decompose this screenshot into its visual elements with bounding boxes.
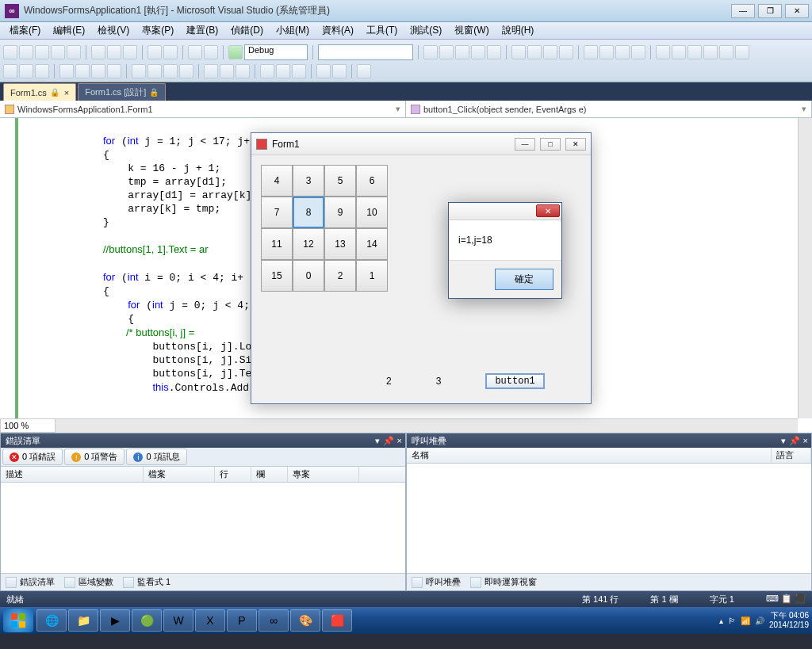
- taskbar-app[interactable]: ▶: [100, 609, 130, 632]
- copy-icon[interactable]: [107, 45, 121, 59]
- form1-maximize-button[interactable]: □: [540, 138, 561, 151]
- grid-button-14[interactable]: 14: [356, 228, 388, 260]
- panel-tab[interactable]: 區域變數: [64, 576, 113, 588]
- row2-icon-16[interactable]: [276, 64, 290, 78]
- column-header[interactable]: 檔案: [144, 467, 215, 482]
- step-over-icon[interactable]: [719, 45, 733, 59]
- new-project-icon[interactable]: [3, 45, 17, 59]
- grid-button-15[interactable]: 15: [261, 260, 293, 292]
- taskbar-app[interactable]: ∞: [259, 609, 289, 632]
- horizontal-scrollbar[interactable]: [56, 418, 798, 433]
- tool-b-icon[interactable]: [527, 45, 542, 59]
- row2-icon-11[interactable]: [179, 64, 193, 78]
- button1[interactable]: button1: [485, 373, 544, 389]
- row2-icon-1[interactable]: [3, 64, 17, 78]
- grid-button-5[interactable]: 5: [324, 165, 356, 197]
- step-into-icon[interactable]: [703, 45, 718, 59]
- vertical-scrollbar[interactable]: [798, 118, 812, 418]
- grid-button-1[interactable]: 1: [356, 260, 388, 292]
- tool-e-icon[interactable]: [584, 45, 598, 59]
- msgbox-close-button[interactable]: ✕: [536, 204, 560, 217]
- tool-f-icon[interactable]: [599, 45, 614, 59]
- system-tray[interactable]: ▴ 🏳 📶 🔊 下午 04:06 2014/12/19: [719, 611, 809, 630]
- menu-item[interactable]: 檔案(F): [3, 22, 47, 39]
- solution-explorer-icon[interactable]: [439, 45, 454, 59]
- platform-combo[interactable]: [318, 44, 413, 60]
- class-dropdown[interactable]: WindowsFormsApplication1.Form1 ▾: [0, 101, 406, 117]
- taskbar-app[interactable]: 🟢: [132, 609, 162, 632]
- add-item-icon[interactable]: [19, 45, 33, 59]
- open-icon[interactable]: [35, 45, 49, 59]
- zoom-combo[interactable]: 100 %: [0, 418, 56, 433]
- row2-icon-8[interactable]: [132, 64, 146, 78]
- grid-button-10[interactable]: 10: [356, 197, 388, 228]
- tab-form1-cs[interactable]: Form1.cs 🔒 ×: [3, 83, 76, 101]
- pause-icon[interactable]: [672, 45, 686, 59]
- grid-button-4[interactable]: 4: [261, 165, 293, 197]
- error-list-body[interactable]: [1, 483, 405, 573]
- row2-icon-17[interactable]: [292, 64, 306, 78]
- row2-icon-4[interactable]: [59, 64, 74, 78]
- row2-icon-3[interactable]: [35, 64, 49, 78]
- panel-tab[interactable]: 呼叫堆疊: [412, 576, 461, 588]
- row2-icon-13[interactable]: [220, 64, 234, 78]
- menu-item[interactable]: 偵錯(D): [224, 22, 270, 39]
- column-header[interactable]: 描述: [1, 467, 144, 482]
- column-header[interactable]: 行: [215, 467, 251, 482]
- grid-button-6[interactable]: 6: [356, 165, 388, 197]
- start-debug-icon[interactable]: [228, 45, 243, 59]
- taskbar-app[interactable]: 🌐: [36, 609, 67, 632]
- tool-h-icon[interactable]: [631, 45, 645, 59]
- member-dropdown[interactable]: button1_Click(object sender, EventArgs e…: [406, 101, 812, 117]
- taskbar-app[interactable]: W: [163, 609, 193, 632]
- pin-icon[interactable]: 📌: [789, 436, 800, 446]
- panel-tab[interactable]: 即時運算視窗: [470, 576, 537, 588]
- close-button[interactable]: ✕: [785, 4, 809, 18]
- find-icon[interactable]: [423, 45, 438, 59]
- warnings-filter[interactable]: !0 項警告: [64, 449, 124, 465]
- msgbox-titlebar[interactable]: ✕: [449, 203, 561, 220]
- panel-tab[interactable]: 錯誤清單: [6, 576, 55, 588]
- tab-close-icon[interactable]: ×: [64, 88, 69, 97]
- tray-network-icon[interactable]: 📶: [741, 617, 750, 625]
- row2-icon-12[interactable]: [204, 64, 218, 78]
- tray-volume-icon[interactable]: 🔊: [755, 617, 764, 625]
- grid-button-12[interactable]: 12: [293, 228, 324, 260]
- row2-icon-6[interactable]: [91, 64, 105, 78]
- menu-item[interactable]: 說明(H): [496, 22, 541, 39]
- menu-item[interactable]: 編輯(E): [47, 22, 91, 39]
- panel-tab[interactable]: 監看式 1: [123, 576, 170, 588]
- grid-button-7[interactable]: 7: [261, 197, 293, 228]
- properties-icon[interactable]: [455, 45, 469, 59]
- menu-item[interactable]: 測試(S): [404, 22, 448, 39]
- close-icon[interactable]: ×: [397, 436, 402, 446]
- clock[interactable]: 下午 04:06 2014/12/19: [769, 611, 809, 630]
- column-header[interactable]: 欄: [251, 467, 288, 482]
- grid-button-3[interactable]: 3: [293, 165, 324, 197]
- tray-chevron-icon[interactable]: ▴: [719, 617, 723, 625]
- msgbox-ok-button[interactable]: 確定: [495, 269, 553, 290]
- taskbar-app[interactable]: X: [195, 609, 225, 632]
- config-combo[interactable]: Debug: [244, 44, 308, 60]
- grid-button-11[interactable]: 11: [261, 228, 293, 260]
- row2-icon-14[interactable]: [236, 64, 250, 78]
- form1-titlebar[interactable]: Form1 — □ ✕: [251, 133, 591, 155]
- taskbar-app[interactable]: 📁: [68, 609, 98, 632]
- menu-item[interactable]: 專案(P): [136, 22, 180, 39]
- dropdown-icon[interactable]: ▾: [375, 436, 380, 446]
- menu-item[interactable]: 工具(T): [360, 22, 404, 39]
- tray-flag-icon[interactable]: 🏳: [728, 617, 736, 625]
- tool-d-icon[interactable]: [559, 45, 573, 59]
- toolbox-icon[interactable]: [471, 45, 485, 59]
- stop-icon[interactable]: [688, 45, 702, 59]
- callstack-body[interactable]: [407, 464, 811, 573]
- nav-forward-icon[interactable]: [204, 45, 218, 59]
- row2-icon-10[interactable]: [163, 64, 178, 78]
- errors-filter[interactable]: ✕0 項錯誤: [2, 449, 63, 465]
- close-icon[interactable]: ×: [803, 436, 808, 446]
- save-icon[interactable]: [51, 45, 65, 59]
- pin-icon[interactable]: 📌: [383, 436, 394, 446]
- minimize-button[interactable]: —: [731, 4, 755, 18]
- row2-icon-19[interactable]: [332, 64, 347, 78]
- undo-icon[interactable]: [147, 45, 162, 59]
